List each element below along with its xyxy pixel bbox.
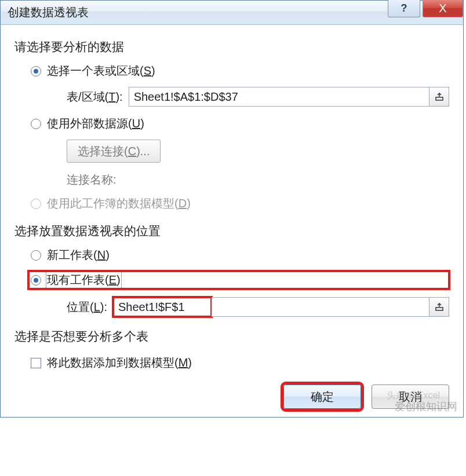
radio-icon <box>31 119 41 129</box>
radio-icon <box>31 199 41 209</box>
external-source-detail: 选择连接(C)... 连接名称: <box>67 140 449 188</box>
help-icon: ? <box>401 2 407 14</box>
close-icon: X <box>439 2 446 15</box>
radio-label: 使用此工作簿的数据模型(D) <box>47 196 191 211</box>
radio-icon <box>31 66 41 76</box>
location-row: 位置(L): Sheet1!$F$1 <box>67 297 449 317</box>
checkbox-label: 将此数据添加到数据模型(M) <box>47 355 192 371</box>
radio-label: 新工作表(N) <box>47 247 110 263</box>
svg-rect-1 <box>436 307 443 310</box>
titlebar-buttons: ? X <box>388 0 463 17</box>
titlebar: 创建数据透视表 ? X <box>1 1 463 25</box>
help-button[interactable]: ? <box>388 0 420 17</box>
radio-label: 使用外部数据源(U) <box>47 116 144 131</box>
location-input-extend[interactable] <box>212 297 429 317</box>
radio-label: 现有工作表(E) <box>47 272 121 288</box>
radio-use-external-source[interactable]: 使用外部数据源(U) <box>31 116 449 131</box>
radio-use-data-model: 使用此工作簿的数据模型(D) <box>31 196 449 211</box>
checkbox-icon <box>31 358 41 368</box>
dialog-title: 创建数据透视表 <box>1 5 89 20</box>
connection-name-label: 连接名称: <box>67 172 449 188</box>
section-multi-heading: 选择是否想要分析多个表 <box>14 328 449 345</box>
location-label: 位置(L): <box>67 299 107 315</box>
collapse-dialog-button[interactable] <box>429 297 449 317</box>
table-range-input[interactable]: Sheet1!$A$1:$D$37 <box>129 87 429 107</box>
dialog-button-row: 确定 取消 <box>14 380 449 409</box>
radio-icon <box>31 250 41 261</box>
table-range-row: 表/区域(T): Sheet1!$A$1:$D$37 <box>67 87 449 107</box>
radio-new-worksheet[interactable]: 新工作表(N) <box>31 247 449 263</box>
location-input[interactable]: Sheet1!$F$1 <box>113 297 212 317</box>
dialog-body: 请选择要分析的数据 选择一个表或区域(S) 表/区域(T): Sheet1!$A… <box>1 25 463 417</box>
collapse-dialog-button[interactable] <box>429 87 449 107</box>
close-button[interactable]: X <box>423 0 463 17</box>
radio-label: 选择一个表或区域(S) <box>47 63 155 79</box>
cancel-button[interactable]: 取消 <box>372 385 449 409</box>
radio-select-table-range[interactable]: 选择一个表或区域(S) <box>31 63 449 79</box>
radio-existing-worksheet[interactable]: 现有工作表(E) <box>28 271 449 289</box>
ok-button[interactable]: 确定 <box>283 385 361 409</box>
radio-icon <box>31 275 41 285</box>
svg-rect-0 <box>436 97 443 100</box>
range-select-icon <box>435 92 444 101</box>
section-choose-data-heading: 请选择要分析的数据 <box>14 39 449 55</box>
section-place-heading: 选择放置数据透视表的位置 <box>14 223 449 239</box>
range-select-icon <box>435 302 444 312</box>
pivot-create-dialog: 创建数据透视表 ? X 请选择要分析的数据 选择一个表或区域(S) 表/区域(T… <box>0 0 464 418</box>
choose-connection-button: 选择连接(C)... <box>67 140 161 163</box>
table-range-label: 表/区域(T): <box>67 89 123 105</box>
checkbox-add-to-model[interactable]: 将此数据添加到数据模型(M) <box>31 355 449 371</box>
